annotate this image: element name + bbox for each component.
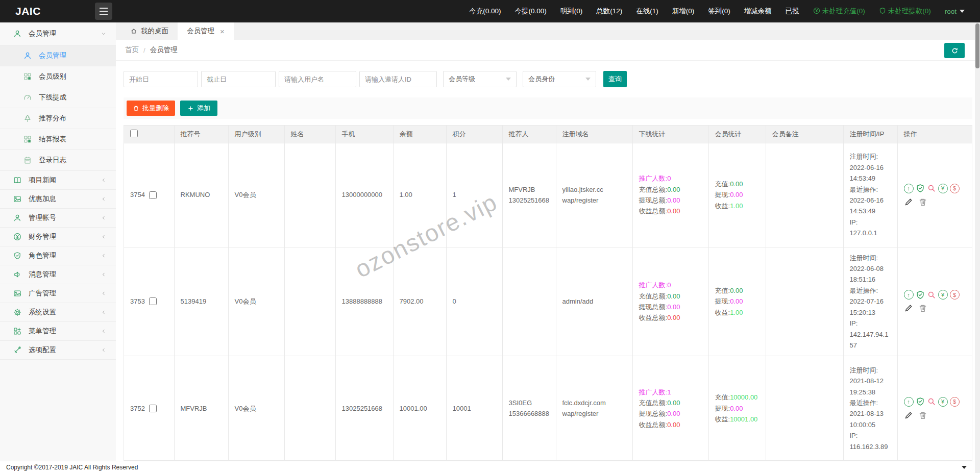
search-icon[interactable] <box>927 290 936 300</box>
delete-icon[interactable] <box>918 197 927 207</box>
tab-my-desktop[interactable]: 我的桌面 <box>121 22 178 40</box>
chevron-left-icon <box>101 328 107 334</box>
tools-icon <box>13 346 21 354</box>
hamburger-menu-icon[interactable] <box>95 3 112 20</box>
sidebar-item-referral-distribution[interactable]: 推荐分布 <box>0 108 116 129</box>
close-icon[interactable]: × <box>220 27 225 36</box>
edit-icon[interactable] <box>904 411 913 420</box>
sidebar-item-system-settings[interactable]: 系统设置 <box>0 303 116 322</box>
stat-line: 充值:0.00 <box>715 179 760 189</box>
sidebar-item-menu-mgmt[interactable]: 菜单管理 <box>0 322 116 341</box>
chevron-down-icon <box>960 10 965 13</box>
recharge-alert-icon <box>813 7 820 16</box>
sidebar-item-promo-interest[interactable]: 优惠加息 <box>0 190 116 209</box>
user-menu[interactable]: root <box>945 8 965 15</box>
search-button[interactable]: 查询 <box>603 71 627 87</box>
promote-icon[interactable]: ↑ <box>904 290 914 300</box>
sidebar-item-downline-commission[interactable]: 下线提成 <box>0 87 116 108</box>
stat-total[interactable]: 总数(12) <box>596 7 622 16</box>
invested-link[interactable]: 已投 <box>786 7 799 16</box>
delete-icon[interactable] <box>918 304 927 313</box>
sidebar-item-project-news[interactable]: 项目新闻 <box>0 171 116 190</box>
sidebar-item-settlement-report[interactable]: 结算报表 <box>0 129 116 150</box>
tab-member-mgmt[interactable]: 会员管理 × <box>178 22 234 40</box>
stat-due-tomorrow[interactable]: 明到(0) <box>560 7 583 16</box>
stat-new[interactable]: 新增(0) <box>672 7 695 16</box>
sidebar-item-message-mgmt[interactable]: 消息管理 <box>0 265 116 284</box>
promote-icon[interactable]: ↑ <box>904 184 914 193</box>
breadcrumb: 首页 / 会员管理 <box>116 40 980 61</box>
chevron-down-icon <box>585 78 591 81</box>
batch-delete-button[interactable]: 批量删除 <box>127 101 175 116</box>
image-icon <box>13 195 21 203</box>
chevron-down-icon <box>101 31 107 37</box>
vertical-scrollbar[interactable] <box>975 22 980 473</box>
chevron-left-icon <box>101 234 107 240</box>
yen-icon[interactable]: ¥ <box>938 397 948 407</box>
members-table: 推荐号 用户级别 姓名 手机 余额 积分 推荐人 注册域名 下线统计 会员统计 … <box>124 125 972 461</box>
stat-online[interactable]: 在线(1) <box>636 7 658 16</box>
footer-caret-icon[interactable] <box>962 466 967 469</box>
dollar-icon[interactable]: $ <box>950 290 960 300</box>
start-date-input[interactable] <box>124 71 198 87</box>
stat-today-recharge[interactable]: 今充(0.00) <box>469 7 501 16</box>
member-level-select[interactable]: 会员等级 <box>443 71 517 87</box>
stat-line: 提现总额:0.00 <box>639 195 702 206</box>
shield-check-icon[interactable] <box>916 397 925 406</box>
sidebar-item-login-log[interactable]: 登录日志 <box>0 150 116 171</box>
yen-icon[interactable]: ¥ <box>938 184 948 193</box>
username-input[interactable] <box>279 71 356 87</box>
withdraw-alert-icon <box>879 7 886 16</box>
yen-icon <box>13 233 21 241</box>
breadcrumb-home[interactable]: 首页 <box>125 45 139 55</box>
sidebar-item-member-level[interactable]: 会员级别 <box>0 66 116 87</box>
row-checkbox[interactable] <box>149 405 157 412</box>
pending-recharge-link[interactable]: 未处理充值(0) <box>813 7 865 16</box>
stat-line: 收益:1.00 <box>715 201 760 211</box>
select-all-checkbox[interactable] <box>130 130 138 137</box>
edit-icon[interactable] <box>904 197 913 207</box>
sidebar-group-member-mgmt[interactable]: 会员管理 <box>0 22 116 45</box>
scrollbar-thumb[interactable] <box>975 23 979 68</box>
sidebar-item-member-mgmt[interactable]: 会员管理 <box>0 45 116 66</box>
table-row: 3752 MFVRJB V0会员 13025251668 10001.00 10… <box>124 356 972 461</box>
sidebar-item-role-mgmt[interactable]: 角色管理 <box>0 246 116 265</box>
pending-withdraw-link[interactable]: 未处理提款(0) <box>879 7 931 16</box>
delete-icon[interactable] <box>918 411 927 420</box>
search-icon[interactable] <box>927 184 936 193</box>
row-checkbox[interactable] <box>149 297 157 305</box>
stat-line: 推广人数:0 <box>639 173 702 184</box>
stat-line: 收益总额:0.00 <box>639 206 702 216</box>
sidebar-item-option-config[interactable]: 选项配置 <box>0 341 116 360</box>
speaker-icon <box>13 270 21 279</box>
promote-icon[interactable]: ↑ <box>904 397 914 407</box>
chevron-left-icon <box>101 271 107 278</box>
sidebar-item-ad-mgmt[interactable]: 广告管理 <box>0 284 116 303</box>
stat-line: IP: <box>850 318 891 329</box>
sidebar-item-finance-mgmt[interactable]: 财务管理 <box>0 228 116 246</box>
stat-line: 充值总额:0.00 <box>639 291 702 302</box>
end-date-input[interactable] <box>201 71 276 87</box>
inviter-id-input[interactable] <box>359 71 437 87</box>
row-checkbox[interactable] <box>149 191 157 199</box>
stat-signin[interactable]: 签到(0) <box>708 7 730 16</box>
yen-icon[interactable]: ¥ <box>938 290 948 300</box>
shield-check-icon[interactable] <box>916 184 925 193</box>
add-button[interactable]: 添加 <box>180 101 217 116</box>
edit-icon[interactable] <box>904 304 913 313</box>
stat-today-withdraw[interactable]: 今提(0.00) <box>514 7 546 16</box>
home-icon <box>130 28 137 35</box>
shield-check-icon[interactable] <box>916 290 925 300</box>
adjust-balance-link[interactable]: 增减余额 <box>744 7 772 16</box>
dollar-icon[interactable]: $ <box>950 397 960 407</box>
search-icon[interactable] <box>927 397 936 406</box>
trash-icon <box>133 105 139 112</box>
sidebar-item-admin-accounts[interactable]: 管理帐号 <box>0 209 116 228</box>
dollar-icon[interactable]: $ <box>950 184 960 193</box>
gauge-icon <box>23 93 32 102</box>
refresh-button[interactable] <box>944 43 965 58</box>
stat-line: 推广人数:1 <box>639 387 702 397</box>
book-icon <box>13 176 21 184</box>
member-identity-select[interactable]: 会员身份 <box>523 71 596 87</box>
chevron-left-icon <box>101 177 107 183</box>
